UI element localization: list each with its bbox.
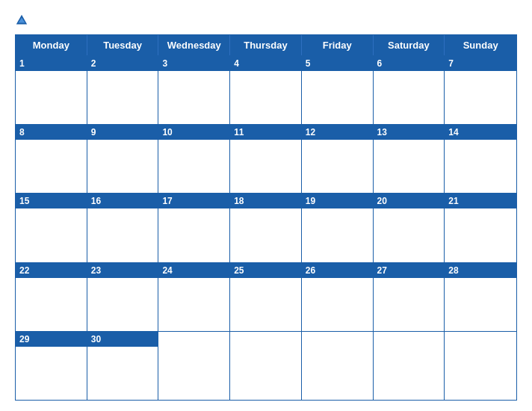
date-number: 15: [16, 194, 87, 208]
calendar-cell-9: 9: [87, 125, 159, 193]
calendar-cell-empty-2: [158, 332, 230, 400]
day-header-thursday: Thursday: [230, 35, 302, 55]
calendar-cell-13: 13: [374, 125, 445, 193]
calendar-cell-30: 30: [87, 332, 159, 400]
week-row-4: 22232425262728: [16, 262, 516, 331]
calendar-cell-20: 20: [374, 194, 445, 262]
day-header-sunday: Sunday: [445, 35, 516, 55]
week-row-3: 15161718192021: [16, 193, 516, 262]
date-number: 17: [158, 194, 229, 208]
calendar-cell-6: 6: [374, 56, 445, 124]
calendar-cell-4: 4: [230, 56, 302, 124]
calendar-cell-empty-6: [445, 332, 516, 400]
date-number: 18: [230, 194, 301, 208]
page-header: [15, 13, 517, 27]
date-number: 4: [230, 56, 301, 71]
date-number: 5: [302, 56, 373, 71]
calendar-page: MondayTuesdayWednesdayThursdayFridaySatu…: [0, 0, 532, 411]
day-header-friday: Friday: [302, 35, 374, 55]
calendar-body: 1234567891011121314151617181920212223242…: [16, 55, 516, 400]
calendar-cell-23: 23: [87, 263, 159, 331]
logo: [15, 13, 30, 27]
logo-icon: [15, 13, 28, 27]
day-header-monday: Monday: [16, 35, 87, 55]
calendar-cell-24: 24: [158, 263, 230, 331]
date-number: 20: [374, 194, 445, 208]
date-number: 12: [302, 125, 373, 140]
calendar-cell-26: 26: [302, 263, 374, 331]
calendar-header: MondayTuesdayWednesdayThursdayFridaySatu…: [16, 35, 516, 55]
calendar-cell-11: 11: [230, 125, 302, 193]
calendar-cell-3: 3: [158, 56, 230, 124]
week-row-1: 1234567: [16, 55, 516, 124]
date-number: 29: [16, 332, 87, 347]
calendar-cell-19: 19: [302, 194, 374, 262]
date-number: 25: [230, 263, 301, 278]
calendar-cell-empty-4: [302, 332, 374, 400]
date-number: 6: [374, 56, 445, 71]
calendar-cell-29: 29: [16, 332, 87, 400]
day-header-tuesday: Tuesday: [87, 35, 159, 55]
calendar-cell-15: 15: [16, 194, 87, 262]
date-number: 1: [16, 56, 87, 71]
date-number: 16: [87, 194, 158, 208]
calendar-grid: MondayTuesdayWednesdayThursdayFridaySatu…: [15, 34, 517, 401]
date-number: 26: [302, 263, 373, 278]
date-number: 22: [16, 263, 87, 278]
calendar-cell-16: 16: [87, 194, 159, 262]
calendar-cell-empty-5: [374, 332, 445, 400]
date-number: 21: [445, 194, 516, 208]
date-number: 9: [87, 125, 158, 140]
day-header-wednesday: Wednesday: [158, 35, 230, 55]
calendar-cell-18: 18: [230, 194, 302, 262]
calendar-cell-2: 2: [87, 56, 159, 124]
date-number: 3: [158, 56, 229, 71]
calendar-cell-17: 17: [158, 194, 230, 262]
calendar-cell-25: 25: [230, 263, 302, 331]
calendar-cell-7: 7: [445, 56, 516, 124]
date-number: 11: [230, 125, 301, 140]
calendar-cell-28: 28: [445, 263, 516, 331]
date-number: 28: [445, 263, 516, 278]
date-number: 19: [302, 194, 373, 208]
calendar-cell-14: 14: [445, 125, 516, 193]
date-number: 2: [87, 56, 158, 71]
calendar-cell-8: 8: [16, 125, 87, 193]
calendar-cell-5: 5: [302, 56, 374, 124]
date-number: 23: [87, 263, 158, 278]
logo-blue: [15, 13, 30, 27]
date-number: 8: [16, 125, 87, 140]
calendar-cell-22: 22: [16, 263, 87, 331]
date-number: 10: [158, 125, 229, 140]
date-number: 24: [158, 263, 229, 278]
calendar-cell-1: 1: [16, 56, 87, 124]
date-number: 27: [374, 263, 445, 278]
date-number: 30: [87, 332, 158, 347]
week-row-2: 891011121314: [16, 124, 516, 193]
day-header-saturday: Saturday: [374, 35, 445, 55]
calendar-cell-12: 12: [302, 125, 374, 193]
calendar-cell-empty-3: [230, 332, 302, 400]
calendar-cell-21: 21: [445, 194, 516, 262]
date-number: 7: [445, 56, 516, 71]
date-number: 13: [374, 125, 445, 140]
calendar-cell-10: 10: [158, 125, 230, 193]
calendar-cell-27: 27: [374, 263, 445, 331]
date-number: 14: [445, 125, 516, 140]
week-row-5: 2930: [16, 331, 516, 400]
